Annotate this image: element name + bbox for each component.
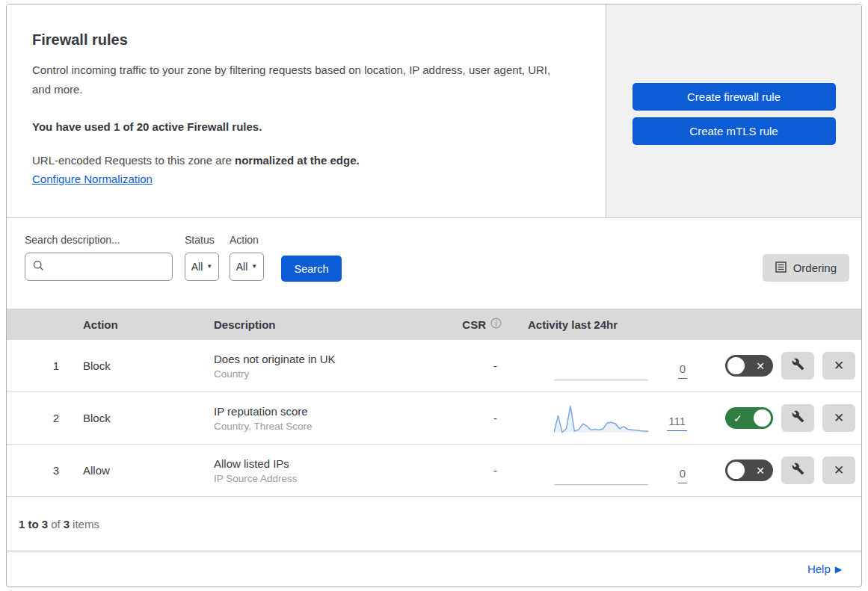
rule-action: Block bbox=[83, 359, 214, 372]
header-description: Description bbox=[214, 318, 449, 331]
rule-priority: 1 bbox=[7, 359, 83, 372]
rule-fields: Country, Threat Score bbox=[214, 421, 449, 432]
wrench-icon bbox=[792, 358, 804, 374]
rule-description: IP reputation score bbox=[214, 405, 449, 418]
rule-description: Does not originate in UK bbox=[214, 353, 449, 365]
info-icon[interactable] bbox=[490, 318, 502, 331]
header-action: Action bbox=[83, 318, 214, 331]
create-mtls-rule-button[interactable]: Create mTLS rule bbox=[632, 117, 836, 145]
wrench-icon bbox=[792, 462, 804, 479]
chevron-down-icon: ▼ bbox=[251, 264, 257, 270]
status-label: Status bbox=[185, 234, 219, 246]
ordering-button-label: Ordering bbox=[793, 262, 837, 274]
usage-note: You have used 1 of 20 active Firewall ru… bbox=[32, 120, 576, 133]
rule-action: Allow bbox=[83, 464, 214, 477]
rule-activity: 0 bbox=[509, 455, 718, 486]
rule-activity: 0 bbox=[509, 350, 718, 382]
close-icon: ✕ bbox=[834, 410, 844, 426]
page-title: Firewall rules bbox=[32, 31, 576, 49]
header-activity: Activity last 24hr bbox=[509, 318, 718, 331]
enable-toggle[interactable]: ✓ ✕ bbox=[725, 355, 773, 377]
help-bar: Help ▶ bbox=[7, 551, 861, 587]
toggle-knob bbox=[754, 409, 771, 427]
rule-csr: - bbox=[449, 412, 509, 424]
pagination-total: 3 bbox=[64, 518, 70, 530]
activity-sparkline bbox=[554, 350, 650, 382]
table-row: 3 Allow Allow listed IPs IP Source Addre… bbox=[7, 445, 861, 497]
rule-description: Allow listed IPs bbox=[214, 457, 449, 470]
rule-fields: Country bbox=[214, 368, 449, 380]
help-link[interactable]: Help ▶ bbox=[807, 563, 842, 575]
search-button[interactable]: Search bbox=[281, 256, 342, 282]
check-icon: ✓ bbox=[733, 412, 742, 424]
cross-icon: ✕ bbox=[756, 464, 765, 476]
cross-icon: ✕ bbox=[756, 359, 765, 371]
toggle-knob bbox=[727, 357, 745, 374]
wrench-icon bbox=[792, 410, 804, 427]
chevron-down-icon: ▼ bbox=[206, 264, 212, 270]
rule-priority: 2 bbox=[7, 412, 83, 424]
create-firewall-rule-button[interactable]: Create firewall rule bbox=[632, 83, 836, 111]
magnifier-icon bbox=[33, 260, 44, 274]
table-row: 1 Block Does not originate in UK Country… bbox=[7, 340, 861, 392]
delete-rule-button[interactable]: ✕ bbox=[822, 457, 855, 484]
action-label: Action bbox=[230, 234, 264, 246]
toggle-knob bbox=[727, 462, 745, 479]
edit-rule-button[interactable] bbox=[781, 352, 814, 380]
activity-count-link[interactable]: 0 bbox=[678, 467, 687, 483]
header-csr-label: CSR bbox=[462, 318, 486, 331]
action-dropdown[interactable]: All ▼ bbox=[230, 253, 264, 281]
rule-csr: - bbox=[449, 464, 509, 477]
search-box bbox=[25, 253, 173, 281]
enable-toggle[interactable]: ✓ ✕ bbox=[725, 460, 773, 481]
status-dropdown-value: All bbox=[191, 261, 203, 273]
activity-sparkline bbox=[554, 403, 650, 434]
search-label: Search description... bbox=[25, 234, 173, 246]
edit-rule-button[interactable] bbox=[781, 457, 814, 484]
intro-section: Firewall rules Control incoming traffic … bbox=[7, 4, 861, 218]
pagination-of: of bbox=[51, 518, 61, 530]
filter-bar: Search description... Status All ▼ Actio… bbox=[7, 218, 861, 309]
pagination-items: items bbox=[73, 518, 99, 530]
rule-activity: 111 bbox=[509, 403, 718, 434]
header-csr: CSR bbox=[449, 318, 509, 331]
ordering-button[interactable]: Ordering bbox=[763, 254, 849, 282]
rule-csr: - bbox=[449, 359, 509, 372]
close-icon: ✕ bbox=[834, 462, 844, 478]
edit-rule-button[interactable] bbox=[781, 404, 814, 432]
action-dropdown-value: All bbox=[236, 261, 248, 273]
rule-priority: 3 bbox=[7, 464, 83, 477]
ordering-list-icon bbox=[775, 262, 787, 275]
table-row: 2 Block IP reputation score Country, Thr… bbox=[7, 392, 861, 445]
pagination: 1 to 3 of 3 items bbox=[7, 497, 861, 551]
actions-panel: Create firewall rule Create mTLS rule bbox=[606, 4, 861, 217]
configure-normalization-link[interactable]: Configure Normalization bbox=[32, 173, 153, 185]
rule-action: Block bbox=[83, 412, 214, 424]
firewall-rules-card: Firewall rules Control incoming traffic … bbox=[6, 4, 862, 587]
close-icon: ✕ bbox=[834, 358, 844, 374]
intro-text-panel: Firewall rules Control incoming traffic … bbox=[7, 4, 606, 217]
pagination-range: 1 to 3 bbox=[19, 518, 48, 530]
activity-count-link[interactable]: 0 bbox=[678, 362, 687, 379]
enable-toggle[interactable]: ✓ ✕ bbox=[725, 407, 773, 429]
arrow-right-icon: ▶ bbox=[835, 564, 842, 575]
normalization-prefix: URL-encoded Requests to this zone are bbox=[32, 154, 235, 167]
activity-sparkline bbox=[554, 455, 650, 486]
normalization-bold: normalized at the edge. bbox=[235, 154, 360, 167]
delete-rule-button[interactable]: ✕ bbox=[822, 404, 855, 432]
page-description: Control incoming traffic to your zone by… bbox=[32, 61, 564, 99]
normalization-note: URL-encoded Requests to this zone are no… bbox=[32, 154, 576, 167]
activity-count-link[interactable]: 111 bbox=[667, 415, 687, 431]
rule-fields: IP Source Address bbox=[214, 473, 449, 484]
status-dropdown[interactable]: All ▼ bbox=[185, 253, 219, 281]
search-input[interactable] bbox=[50, 261, 162, 273]
table-header: Action Description CSR Activity last 24h… bbox=[7, 309, 861, 340]
help-link-label: Help bbox=[807, 563, 831, 575]
delete-rule-button[interactable]: ✕ bbox=[822, 352, 855, 380]
